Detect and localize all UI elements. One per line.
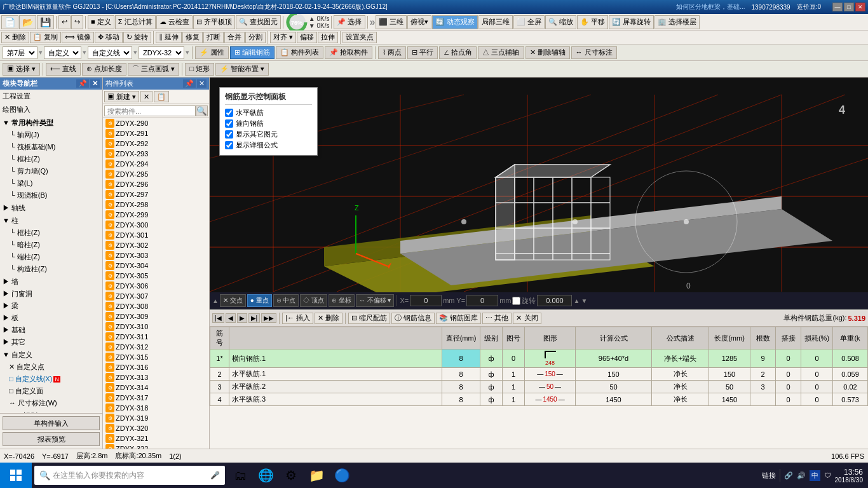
comp-item-304[interactable]: ⚙ZDYX-304 bbox=[103, 261, 209, 271]
nav-item-custom[interactable]: ▼ 自定义 bbox=[0, 349, 102, 361]
btn-fullscreen[interactable]: ⬜ 全屏 bbox=[513, 15, 545, 29]
y-input[interactable] bbox=[466, 295, 498, 306]
taskbar-search[interactable]: 🔍 在这里输入你要搜索的内容 🎤 bbox=[34, 466, 225, 485]
comp-panel-pin[interactable]: 📌 bbox=[183, 79, 196, 88]
btn-pull[interactable]: 拉伸 bbox=[318, 32, 338, 43]
rotate-up-btn[interactable]: ▲ bbox=[573, 297, 580, 304]
btn-delete[interactable]: ✕ 删除 bbox=[1, 32, 29, 43]
btn-rotate2[interactable]: ↻ 旋转 bbox=[123, 32, 151, 43]
check-horizontal-rebar[interactable]: 水平纵筋 bbox=[225, 108, 312, 118]
nav-first-btn[interactable]: |◀ bbox=[212, 313, 224, 323]
btn-select-floor[interactable]: 🏢 选择楼层 bbox=[654, 15, 700, 29]
btn-report[interactable]: 报表预览 bbox=[3, 432, 100, 446]
nav-item-col[interactable]: ▼ 柱 bbox=[0, 215, 102, 227]
nav-fast-fwd-btn[interactable]: ▶▶ bbox=[261, 313, 276, 323]
comp-item-290[interactable]: ⚙ZDYX-290 bbox=[103, 118, 209, 128]
taskbar-icon-folder[interactable]: 📁 bbox=[304, 463, 329, 488]
x-input[interactable] bbox=[410, 295, 442, 306]
snap-expand-btn[interactable]: ▲ bbox=[212, 297, 219, 304]
tab-grab[interactable]: 📌 抢取构件 bbox=[325, 46, 372, 59]
nav-item-common[interactable]: ▼ 常用构件类型 bbox=[0, 117, 102, 129]
btn-new[interactable]: 📄 bbox=[1, 15, 18, 29]
snap-midpoint-heavy[interactable]: ● 重点 bbox=[247, 294, 272, 307]
nav-item-custom-face[interactable]: □ 自定义面 bbox=[0, 385, 102, 397]
check-hoop-rebar[interactable]: 箍向钢筋 bbox=[225, 119, 312, 128]
comp-item-312[interactable]: ⚙ZDYX-312 bbox=[103, 342, 209, 352]
comp-item-306[interactable]: ⚙ZDYX-306 bbox=[103, 281, 209, 291]
btn-3arc[interactable]: ⌒ 三点画弧 ▾ bbox=[128, 63, 179, 76]
btn-redo[interactable]: ↪ bbox=[71, 15, 83, 29]
btn-dim-label[interactable]: ↔ 尺寸标注 bbox=[571, 46, 617, 59]
comp-item-299[interactable]: ⚙ZDYX-299 bbox=[103, 210, 209, 220]
rebar-row-1[interactable]: 1* 横向钢筋.1 8 ф 0 248 bbox=[210, 349, 868, 368]
nav-item-slab[interactable]: └ 现浇板(B) bbox=[0, 189, 102, 201]
nav-item-axisline[interactable]: ▶ 轴线 bbox=[0, 202, 102, 214]
btn-single-comp[interactable]: 单构件输入 bbox=[3, 416, 100, 430]
check-show-elements[interactable]: 显示其它图元 bbox=[225, 130, 312, 139]
custom-select[interactable]: 自定义 bbox=[44, 46, 81, 59]
comp-item-314[interactable]: ⚙ZDYX-314 bbox=[103, 383, 209, 393]
comp-search-btn[interactable]: 🔍 bbox=[196, 105, 208, 116]
nav-item-dim[interactable]: ↔ 尺寸标注(W) bbox=[0, 397, 102, 409]
comp-item-322[interactable]: ⚙ZDYX-322 bbox=[103, 444, 209, 449]
viewport-3d[interactable]: 4 Z 0 钢筋显示控制面板 水平纵筋 bbox=[210, 78, 868, 309]
taskbar-icon-browser[interactable]: 🌐 bbox=[253, 463, 278, 488]
btn-copy[interactable]: 📋 复制 bbox=[30, 32, 61, 43]
taskbar-link[interactable]: 链接 bbox=[762, 471, 776, 480]
tab-property[interactable]: ⚡ 属性 bbox=[195, 46, 229, 59]
nav-item-foundation[interactable]: ▶ 基础 bbox=[0, 324, 102, 336]
comp-item-316[interactable]: ⚙ZDYX-316 bbox=[103, 362, 209, 372]
comp-item-297[interactable]: ⚙ZDYX-297 bbox=[103, 189, 209, 200]
nav-item-col-frame[interactable]: └ 框柱(Z) bbox=[0, 227, 102, 239]
rebar-row-3[interactable]: 3 水平纵筋.2 8 ф 1 —50— 50 bbox=[210, 381, 868, 393]
btn-scale-rebar[interactable]: ⊟ 缩尺配筋 bbox=[348, 313, 390, 324]
btn-3point-aux[interactable]: △ 三点辅轴 bbox=[478, 46, 524, 59]
checkbox-hoop[interactable] bbox=[225, 119, 233, 128]
nav-item-shearwall[interactable]: └ 剪力墙(Q) bbox=[0, 165, 102, 177]
comp-item-308[interactable]: ⚙ZDYX-308 bbox=[103, 301, 209, 311]
btn-delete-rebar[interactable]: ✕ 删除 bbox=[315, 313, 342, 324]
btn-rebar-info[interactable]: ⓘ 钢筋信息 bbox=[391, 313, 435, 324]
comp-item-317[interactable]: ⚙ZDYX-317 bbox=[103, 393, 209, 403]
btn-select-draw[interactable]: ▣ 选择 ▾ bbox=[3, 63, 40, 76]
floor-select[interactable]: 第7层 bbox=[3, 46, 37, 59]
comp-item-294[interactable]: ⚙ZDYX-294 bbox=[103, 159, 209, 169]
rotate-input[interactable] bbox=[537, 295, 572, 306]
btn-insert-rebar[interactable]: |← 插入 bbox=[282, 313, 313, 324]
btn-set-pos[interactable]: 设置夹点 bbox=[342, 32, 377, 43]
comp-item-319[interactable]: ⚙ZDYX-319 bbox=[103, 413, 209, 423]
tab-edit-rebar[interactable]: ⊞ 编辑钢筋 bbox=[230, 46, 275, 59]
comp-item-307[interactable]: ⚙ZDYX-307 bbox=[103, 291, 209, 301]
btn-align[interactable]: 对齐 ▾ bbox=[270, 32, 296, 43]
btn-save[interactable]: 💾 bbox=[37, 15, 54, 29]
comp-item-320[interactable]: ⚙ZDYX-320 bbox=[103, 423, 209, 433]
btn-line[interactable]: ⟵ 直线 bbox=[46, 63, 81, 76]
btn-rebar-close[interactable]: ✕ 关闭 bbox=[513, 313, 541, 324]
nav-item-engineering[interactable]: 工程设置 bbox=[0, 90, 102, 103]
nav-item-door[interactable]: ▶ 门窗洞 bbox=[0, 288, 102, 300]
btn-open[interactable]: 📂 bbox=[19, 15, 36, 29]
btn-smart[interactable]: ⚡ 智能布置 ▾ bbox=[215, 63, 269, 76]
comp-item-298[interactable]: ⚙ZDYX-298 bbox=[103, 200, 209, 210]
btn-add-length[interactable]: ⊕ 点加长度 bbox=[82, 63, 126, 76]
btn-rebar-other[interactable]: ⋯ 其他 bbox=[482, 313, 512, 324]
comp-search-input[interactable] bbox=[104, 105, 196, 116]
snap-center[interactable]: ⊙ 中点 bbox=[273, 294, 299, 307]
btn-print[interactable]: 打断 bbox=[203, 32, 224, 43]
checkbox-formula[interactable] bbox=[225, 141, 233, 149]
btn-move[interactable]: ✥ 移动 bbox=[95, 32, 123, 43]
code-select[interactable]: ZDYX-32 bbox=[139, 46, 184, 59]
comp-item-305[interactable]: ⚙ZDYX-305 bbox=[103, 271, 209, 281]
nav-item-other[interactable]: ▶ 其它 bbox=[0, 336, 102, 348]
btn-find[interactable]: 🔍 查找图元 bbox=[236, 15, 281, 29]
nav-item-drawing[interactable]: 绘图输入 bbox=[0, 103, 102, 116]
btn-pick-angle[interactable]: ∠ 拾点角 bbox=[439, 46, 477, 59]
comp-item-321[interactable]: ⚙ZDYX-321 bbox=[103, 433, 209, 444]
taskbar-icon-file[interactable]: 🗂 bbox=[227, 463, 253, 488]
nav-item-custom-line[interactable]: □ 自定义线(X) N bbox=[0, 373, 102, 385]
btn-merge[interactable]: 合并 bbox=[224, 32, 245, 43]
btn-parallel[interactable]: ⊟ 平行 bbox=[407, 46, 438, 59]
taskbar-icon-app1[interactable]: 🔵 bbox=[329, 463, 355, 488]
nav-item-col-end[interactable]: └ 端柱(Z) bbox=[0, 251, 102, 263]
btn-define[interactable]: ■ 定义 bbox=[88, 15, 114, 29]
